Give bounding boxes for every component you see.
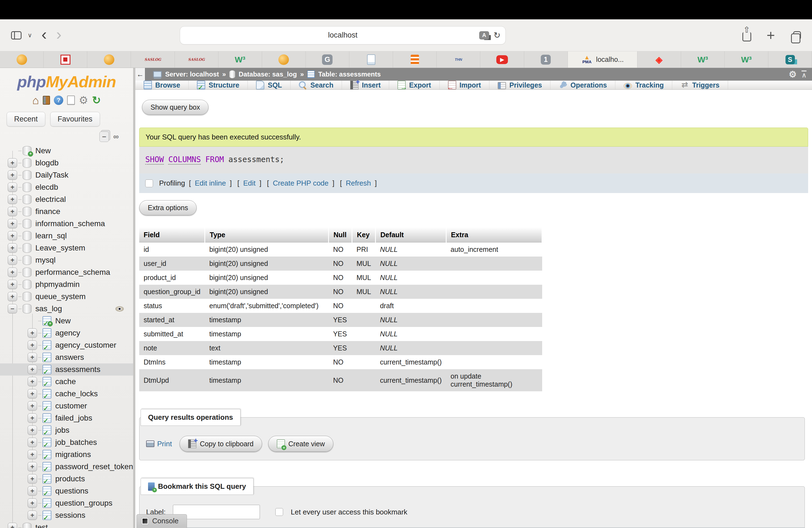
expander-icon[interactable]: + [28,340,37,350]
reload-icon[interactable]: ↻ [494,30,501,40]
breadcrumb-database[interactable]: Database: sas_log [238,70,297,78]
browser-tab[interactable]: ◈ [637,52,681,68]
logout-icon[interactable] [43,96,50,105]
translate-icon[interactable]: A [479,31,489,40]
link-icon[interactable]: ∞ [113,132,118,141]
expander-icon[interactable]: + [8,207,17,216]
tab-privileges[interactable]: Privileges [489,80,550,89]
tab-triggers[interactable]: ⇄Triggers [672,80,728,89]
profiling-link-edit-inline[interactable]: Edit inline [195,179,226,188]
tree-item-question_groups[interactable]: +question_groups [0,497,133,509]
tab-overview-icon[interactable] [793,31,801,40]
collapse-all-icon[interactable]: − [99,131,109,142]
tree-item-customer[interactable]: +customer [0,400,133,412]
expander-icon[interactable]: + [28,401,37,411]
expander-icon[interactable]: + [28,462,37,471]
settings-icon[interactable]: ⚙ [79,95,88,105]
tab-search[interactable]: Search [291,80,342,89]
browser-tab[interactable]: THN [437,52,480,68]
browser-tab[interactable] [393,52,437,68]
tab-tracking[interactable]: Tracking [615,80,672,89]
browser-tab[interactable] [0,52,44,68]
tree-item-answers[interactable]: +answers [0,351,133,363]
create-view-button[interactable]: Create view [268,436,333,452]
expander-icon[interactable]: + [28,486,37,496]
tree-item-sas_log[interactable]: −sas_log [0,303,133,315]
browser-tab[interactable]: 1 [524,52,568,68]
expander-icon[interactable]: + [28,365,37,374]
browser-tab[interactable]: W³ [725,52,768,68]
browser-tab[interactable]: SASLOG [131,52,175,68]
tree-item-leave_system[interactable]: +Leave_system [0,242,133,254]
tree-item-agency[interactable]: +agency [0,327,133,339]
expander-icon[interactable]: + [8,195,17,204]
expander-icon[interactable]: + [28,438,37,447]
browser-tab[interactable]: S [768,52,812,68]
tree-item-new[interactable]: New [0,145,133,157]
profiling-link-create-php-code[interactable]: Create PHP code [273,179,329,188]
expander-icon[interactable]: − [8,304,17,313]
expander-icon[interactable]: + [8,243,17,253]
browser-tab[interactable] [44,52,87,68]
tree-item-password_reset_tokens[interactable]: +password_reset_tokens [0,460,133,473]
profiling-link-refresh[interactable]: Refresh [346,179,371,188]
tab-insert[interactable]: Insert [342,80,389,89]
nav-back-icon[interactable]: ← [135,68,145,80]
bookmark-share-checkbox[interactable] [275,508,283,516]
tree-item-electrical[interactable]: +electrical [0,193,133,205]
profiling-checkbox[interactable] [145,179,153,187]
profiling-link-edit[interactable]: Edit [243,179,256,188]
expander-icon[interactable]: + [8,255,17,265]
tab-sql[interactable]: SQL [248,80,290,89]
browser-tab[interactable]: SASLOG [175,52,218,68]
share-icon[interactable] [742,32,751,41]
extra-options-button[interactable]: Extra options [139,200,197,216]
show-query-box-button[interactable]: Show query box [142,100,208,115]
tree-item-agency_customer[interactable]: +agency_customer [0,339,133,351]
tree-item-job_batches[interactable]: +job_batches [0,436,133,449]
expander-icon[interactable]: + [28,389,37,398]
collapse-panel-icon[interactable]: ∧ [801,70,807,78]
expander-icon[interactable]: + [8,268,17,277]
expander-icon[interactable]: + [28,450,37,459]
address-bar[interactable]: localhost A ↻ [180,26,506,44]
breadcrumb-server[interactable]: Server: localhost [165,70,219,78]
expander-icon[interactable]: + [8,292,17,301]
tree-item-queue_system[interactable]: +queue_system [0,291,133,303]
tree-item-dailytask[interactable]: +DailyTask [0,169,133,181]
sidebar-toggle-icon[interactable] [11,31,21,40]
back-button[interactable]: ‹ [41,26,47,44]
home-icon[interactable]: ⌂ [32,95,39,106]
browser-tab[interactable]: W³ [218,52,262,68]
console-tab[interactable]: Console [136,514,187,528]
breadcrumb-table[interactable]: Table: assessments [318,70,381,78]
new-tab-button[interactable]: + [767,28,775,43]
chevron-down-icon[interactable]: ∨ [28,32,32,39]
tree-item-performance_schema[interactable]: +performance_schema [0,266,133,278]
page-settings-icon[interactable]: ⚙ [789,70,797,79]
tree-item-phpmyadmin[interactable]: +phpmyadmin [0,278,133,291]
expander-icon[interactable]: + [28,353,37,362]
tab-export[interactable]: Export [389,80,439,89]
tab-import[interactable]: Import [440,80,490,89]
favourites-button[interactable]: Favourites [50,112,100,127]
tree-item-mysql[interactable]: +mysql [0,254,133,266]
expander-icon[interactable]: + [28,413,37,423]
tree-item-migrations[interactable]: +migrations [0,449,133,460]
tree-item-finance[interactable]: +finance [0,205,133,218]
tab-operations[interactable]: Operations [550,80,615,89]
expander-icon[interactable]: + [8,158,17,167]
tree-item-blogdb[interactable]: +blogdb [0,157,133,169]
expander-icon[interactable]: + [28,426,37,435]
tree-item-sessions[interactable]: +sessions [0,509,133,522]
expander-icon[interactable]: + [28,498,37,508]
refresh-icon[interactable]: ↻ [92,95,101,105]
tree-item-learn_sql[interactable]: +learn_sql [0,230,133,242]
browser-tab[interactable] [262,52,306,68]
expander-icon[interactable]: + [8,219,17,229]
tree-item-test[interactable]: +test [0,522,133,528]
tab-browse[interactable]: Browse [135,80,189,89]
expander-icon[interactable]: + [8,182,17,192]
browser-tab[interactable] [87,52,131,68]
tree-item-cache_locks[interactable]: +cache_locks [0,388,133,400]
